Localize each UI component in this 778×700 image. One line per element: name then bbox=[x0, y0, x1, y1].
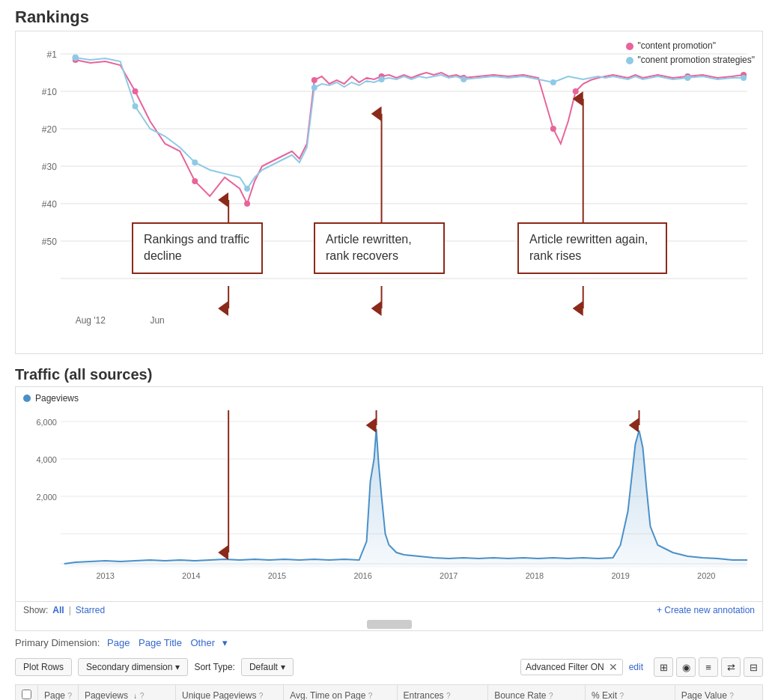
svg-point-30 bbox=[311, 85, 317, 91]
rankings-chart-section: "content promotion" "conent promotion st… bbox=[15, 31, 763, 354]
rankings-chart: #1 #10 #20 #30 #40 #50 Aug '12 Jun bbox=[16, 31, 762, 353]
show-all-link[interactable]: All bbox=[52, 605, 64, 615]
svg-text:4,000: 4,000 bbox=[36, 455, 56, 464]
plot-rows-button[interactable]: Plot Rows bbox=[15, 658, 72, 676]
help-icon-2: ? bbox=[140, 692, 145, 700]
view-icons: ⊞ ◉ ≡ ⇄ ⊟ bbox=[654, 657, 763, 677]
help-icon-5: ? bbox=[446, 692, 451, 700]
traffic-chart: 6,000 4,000 2,000 2013 2014 2015 2016 20… bbox=[16, 407, 762, 601]
svg-text:#50: #50 bbox=[42, 237, 57, 247]
scroll-button[interactable] bbox=[367, 620, 412, 629]
help-icon-4: ? bbox=[368, 692, 373, 700]
th-unique-pageviews: Unique Pageviews ? bbox=[176, 685, 284, 701]
main-container: Rankings "content promotion" "conent pro… bbox=[0, 0, 778, 700]
traffic-section: Traffic (all sources) Pageviews 6,000 bbox=[15, 360, 763, 700]
svg-text:6,000: 6,000 bbox=[36, 418, 56, 427]
page-link[interactable]: Page bbox=[107, 637, 130, 648]
list-view-button[interactable]: ≡ bbox=[699, 657, 718, 677]
svg-point-27 bbox=[133, 103, 139, 109]
edit-link[interactable]: edit bbox=[629, 662, 643, 672]
grid-view-button[interactable]: ⊞ bbox=[654, 657, 673, 677]
svg-text:#1: #1 bbox=[47, 49, 58, 60]
svg-point-18 bbox=[244, 201, 250, 207]
select-all-checkbox[interactable] bbox=[22, 690, 31, 699]
primary-dim-label: Primary Dimension: bbox=[15, 637, 100, 648]
filter-box: Advanced Filter ON ✕ bbox=[520, 659, 623, 675]
annotation-box-3: Article rewritten again, rank rises bbox=[517, 222, 667, 274]
help-icon-8: ? bbox=[729, 692, 734, 700]
svg-point-19 bbox=[311, 77, 317, 83]
secondary-dimension-button[interactable]: Secondary dimension ▾ bbox=[78, 658, 188, 676]
svg-point-33 bbox=[550, 79, 556, 85]
show-starred-link[interactable]: Starred bbox=[76, 605, 105, 615]
svg-text:2,000: 2,000 bbox=[36, 493, 56, 502]
traffic-svg: 6,000 4,000 2,000 2013 2014 2015 2016 20… bbox=[16, 407, 762, 586]
create-annotation-link[interactable]: + Create new annotation bbox=[657, 605, 755, 615]
sort-arrow-icon: ↓ bbox=[133, 692, 137, 700]
svg-text:2015: 2015 bbox=[268, 571, 286, 580]
svg-text:2020: 2020 bbox=[697, 571, 715, 580]
scroll-handle bbox=[16, 618, 762, 630]
rankings-svg: #1 #10 #20 #30 #40 #50 Aug '12 Jun bbox=[16, 31, 762, 353]
th-bounce-rate: Bounce Rate ? bbox=[488, 685, 586, 701]
filter-clear-button[interactable]: ✕ bbox=[609, 661, 618, 673]
svg-point-32 bbox=[461, 76, 467, 82]
th-avg-time: Avg. Time on Page ? bbox=[284, 685, 397, 701]
svg-text:Aug '12: Aug '12 bbox=[76, 315, 106, 326]
svg-text:#40: #40 bbox=[42, 199, 57, 210]
rankings-section: Rankings "content promotion" "conent pro… bbox=[15, 7, 763, 354]
svg-text:Jun: Jun bbox=[150, 315, 164, 326]
help-icon-3: ? bbox=[259, 692, 264, 700]
svg-text:#10: #10 bbox=[42, 87, 57, 97]
svg-text:2018: 2018 bbox=[526, 571, 544, 580]
svg-text:2014: 2014 bbox=[182, 571, 200, 580]
rankings-title: Rankings bbox=[15, 7, 763, 27]
svg-point-28 bbox=[192, 159, 198, 165]
th-page-value: Page Value ? bbox=[675, 685, 762, 701]
svg-text:2019: 2019 bbox=[611, 571, 629, 580]
th-pageviews[interactable]: Pageviews ↓ ? bbox=[78, 685, 175, 701]
filter-label: Advanced Filter ON bbox=[526, 662, 604, 672]
show-bar: Show: All | Starred + Create new annotat… bbox=[16, 601, 762, 618]
pie-view-button[interactable]: ◉ bbox=[676, 657, 696, 677]
th-page: Page ? bbox=[38, 685, 79, 701]
svg-point-29 bbox=[244, 186, 250, 192]
default-sort-button[interactable]: Default ▾ bbox=[241, 658, 294, 676]
other-dropdown-arrow: ▾ bbox=[222, 637, 228, 648]
svg-text:2017: 2017 bbox=[440, 571, 458, 580]
svg-point-31 bbox=[379, 76, 385, 82]
svg-point-34 bbox=[684, 75, 690, 81]
svg-point-17 bbox=[192, 178, 198, 184]
traffic-chart-container: Pageviews 6,000 4,000 2,000 2013 bbox=[15, 386, 763, 631]
show-label: Show: bbox=[23, 605, 48, 615]
chevron-down-icon: ▾ bbox=[175, 662, 180, 672]
svg-text:2013: 2013 bbox=[96, 571, 114, 580]
other-dropdown[interactable]: Other ▾ bbox=[191, 637, 232, 648]
compare-view-button[interactable]: ⇄ bbox=[721, 657, 741, 677]
pivot-view-button[interactable]: ⊟ bbox=[744, 657, 763, 677]
svg-text:#20: #20 bbox=[42, 124, 57, 135]
page-title-link[interactable]: Page Title bbox=[139, 637, 182, 648]
toolbar: Plot Rows Secondary dimension ▾ Sort Typ… bbox=[15, 653, 763, 681]
help-icon: ? bbox=[67, 692, 72, 700]
th-checkbox bbox=[16, 685, 38, 701]
traffic-legend-label: Pageviews bbox=[35, 393, 79, 404]
help-icon-7: ? bbox=[619, 692, 624, 700]
annotation-box-1: Rankings and traffic decline bbox=[132, 222, 263, 274]
primary-dimension-bar: Primary Dimension: Page Page Title Other… bbox=[15, 631, 763, 653]
svg-text:2016: 2016 bbox=[353, 571, 371, 580]
traffic-legend: Pageviews bbox=[16, 387, 762, 407]
th-entrances: Entrances ? bbox=[397, 685, 488, 701]
th-pct-exit: % Exit ? bbox=[586, 685, 675, 701]
data-table: Page ? Pageviews ↓ ? Unique Pageviews ? … bbox=[15, 684, 763, 700]
svg-point-23 bbox=[573, 88, 579, 94]
svg-point-22 bbox=[550, 126, 556, 132]
svg-text:#30: #30 bbox=[42, 162, 57, 172]
help-icon-6: ? bbox=[549, 692, 553, 700]
sort-type-label: Sort Type: bbox=[194, 662, 234, 672]
chevron-down-icon-2: ▾ bbox=[281, 662, 285, 672]
svg-point-16 bbox=[133, 88, 139, 94]
traffic-legend-dot bbox=[23, 395, 31, 402]
svg-point-35 bbox=[741, 75, 747, 81]
svg-point-26 bbox=[73, 55, 79, 61]
